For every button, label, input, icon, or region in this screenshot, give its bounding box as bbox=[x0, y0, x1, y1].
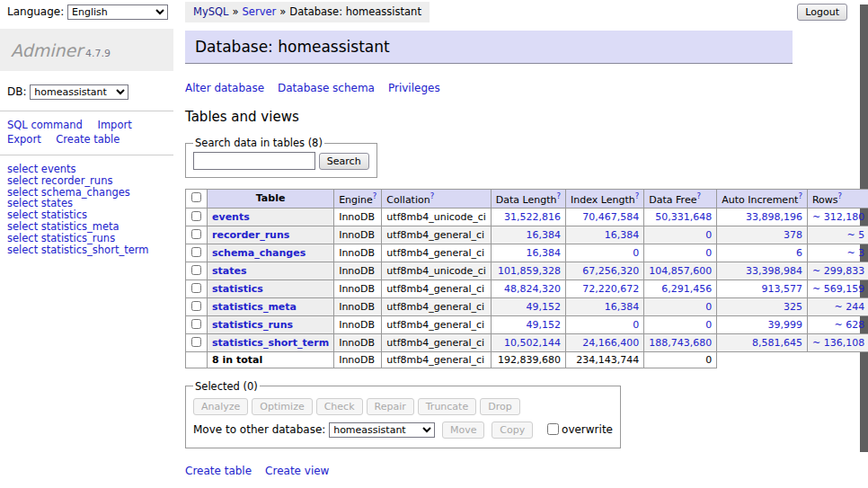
index-length-link[interactable]: 16,384 bbox=[605, 229, 640, 241]
auto-increment-link[interactable]: 8,581,645 bbox=[752, 337, 802, 349]
data-length-link[interactable]: 48,824,320 bbox=[504, 283, 561, 295]
rows-link[interactable]: ~ 569,159 bbox=[812, 283, 864, 295]
sidebar-select-link[interactable]: select statistics_runs bbox=[7, 233, 166, 244]
data-free-link[interactable]: 50,331,648 bbox=[655, 211, 712, 223]
column-help-link[interactable]: ? bbox=[635, 191, 640, 200]
data-length-link[interactable]: 101,859,328 bbox=[498, 265, 561, 277]
row-checkbox[interactable] bbox=[191, 283, 201, 293]
row-checkbox[interactable] bbox=[191, 229, 201, 239]
auto-increment-link[interactable]: 39,999 bbox=[767, 319, 802, 331]
rows-link[interactable]: ~ 244 bbox=[834, 301, 864, 313]
index-length-link[interactable]: 24,166,400 bbox=[582, 337, 639, 349]
search-button[interactable]: Search bbox=[319, 153, 369, 170]
table-name-link[interactable]: statistics bbox=[212, 283, 263, 295]
table-name-link[interactable]: statistics_short_term bbox=[212, 337, 329, 349]
copy-button[interactable]: Copy bbox=[492, 421, 533, 439]
create-view-link[interactable]: Create view bbox=[265, 465, 329, 477]
select-all-checkbox[interactable] bbox=[191, 192, 201, 202]
sql-command-link[interactable]: SQL command bbox=[7, 119, 83, 131]
column-help-link[interactable]: ? bbox=[798, 191, 802, 200]
rows-link[interactable]: ~ 5 bbox=[846, 229, 864, 241]
collation-cell: utf8mb4_general_ci bbox=[382, 244, 491, 262]
create-table-link[interactable]: Create table bbox=[56, 133, 120, 146]
data-free-link[interactable]: 0 bbox=[705, 319, 712, 331]
sidebar-select-link[interactable]: select recorder_runs bbox=[7, 175, 166, 187]
data-length-link[interactable]: 49,152 bbox=[527, 319, 562, 331]
table-name-link[interactable]: statistics_meta bbox=[212, 301, 297, 313]
repair-button[interactable]: Repair bbox=[367, 398, 414, 415]
auto-increment-link[interactable]: 913,577 bbox=[761, 283, 802, 295]
import-link[interactable]: Import bbox=[97, 119, 131, 131]
row-checkbox[interactable] bbox=[191, 301, 201, 311]
column-help-link[interactable]: ? bbox=[373, 191, 377, 200]
row-checkbox[interactable] bbox=[191, 265, 201, 275]
index-length-link[interactable]: 67,256,320 bbox=[582, 265, 639, 277]
export-link[interactable]: Export bbox=[7, 133, 41, 146]
rows-link[interactable]: ~ 299,833 bbox=[812, 265, 864, 277]
data-free-link[interactable]: 0 bbox=[705, 229, 712, 241]
privileges-link[interactable]: Privileges bbox=[388, 82, 440, 94]
column-help-link[interactable]: ? bbox=[838, 191, 843, 200]
auto-increment-link[interactable]: 325 bbox=[784, 301, 802, 313]
total-engine-cell: InnoDB bbox=[334, 351, 382, 368]
column-help-link[interactable]: ? bbox=[430, 191, 435, 200]
rows-link[interactable]: ~ 628 bbox=[834, 319, 864, 331]
row-checkbox[interactable] bbox=[191, 211, 201, 221]
rows-link[interactable]: ~ 312,180 bbox=[812, 211, 864, 223]
db-label: DB: bbox=[7, 85, 27, 98]
table-row: eventsInnoDButf8mb4_unicode_ci31,522,816… bbox=[186, 208, 868, 226]
index-length-link[interactable]: 0 bbox=[633, 319, 639, 331]
analyze-button[interactable]: Analyze bbox=[193, 398, 248, 415]
index-length-link[interactable]: 16,384 bbox=[605, 301, 640, 313]
breadcrumb-server-link[interactable]: Server bbox=[243, 5, 277, 18]
language-select[interactable]: English bbox=[67, 4, 168, 20]
overwrite-option: overwrite bbox=[544, 423, 613, 436]
data-free-link[interactable]: 6,291,456 bbox=[661, 283, 712, 295]
table-name-link[interactable]: states bbox=[212, 265, 247, 277]
row-checkbox[interactable] bbox=[191, 247, 201, 257]
column-help-link[interactable]: ? bbox=[696, 191, 701, 200]
alter-database-link[interactable]: Alter database bbox=[185, 82, 264, 94]
data-length-link[interactable]: 16,384 bbox=[527, 229, 562, 241]
table-name-link[interactable]: schema_changes bbox=[212, 247, 306, 259]
table-name-link[interactable]: statistics_runs bbox=[212, 319, 293, 331]
sidebar-select-link[interactable]: select statistics_short_term bbox=[7, 244, 166, 256]
data-free-link[interactable]: 0 bbox=[705, 247, 712, 259]
row-checkbox[interactable] bbox=[191, 319, 201, 329]
data-length-link[interactable]: 31,522,816 bbox=[504, 211, 561, 223]
sidebar-select-link[interactable]: select events bbox=[7, 164, 166, 175]
breadcrumb-mysql-link[interactable]: MySQL bbox=[193, 5, 229, 18]
drop-button[interactable]: Drop bbox=[480, 398, 519, 415]
db-select[interactable]: homeassistant bbox=[30, 84, 128, 100]
create-table-link-bottom[interactable]: Create table bbox=[185, 465, 252, 477]
data-length-link[interactable]: 16,384 bbox=[527, 247, 562, 259]
optimize-button[interactable]: Optimize bbox=[252, 398, 312, 415]
table-name-link[interactable]: recorder_runs bbox=[212, 229, 289, 241]
header-row: TableEngine?Collation?Data Length?Index … bbox=[186, 190, 868, 209]
search-input[interactable] bbox=[193, 152, 315, 170]
move-button[interactable]: Move bbox=[442, 421, 485, 439]
row-checkbox[interactable] bbox=[191, 337, 201, 347]
auto-increment-link[interactable]: 33,398,984 bbox=[746, 265, 802, 277]
database-schema-link[interactable]: Database schema bbox=[278, 82, 375, 94]
check-button[interactable]: Check bbox=[316, 398, 363, 415]
rows-link[interactable]: ~ 136,108 bbox=[812, 337, 864, 349]
index-length-link[interactable]: 0 bbox=[633, 247, 639, 259]
data-free-link[interactable]: 0 bbox=[705, 301, 712, 313]
auto-increment-link[interactable]: 6 bbox=[796, 247, 802, 259]
data-free-link[interactable]: 188,743,680 bbox=[649, 337, 712, 349]
auto-increment-link[interactable]: 33,898,196 bbox=[746, 211, 802, 223]
index-length-link[interactable]: 72,220,672 bbox=[582, 283, 639, 295]
data-length-link[interactable]: 49,152 bbox=[527, 301, 562, 313]
overwrite-checkbox[interactable] bbox=[547, 423, 559, 435]
sidebar-select-link[interactable]: select statistics_meta bbox=[7, 221, 166, 233]
move-db-select[interactable]: homeassistant bbox=[329, 422, 435, 438]
column-help-link[interactable]: ? bbox=[557, 191, 562, 200]
truncate-button[interactable]: Truncate bbox=[418, 398, 476, 415]
table-name-link[interactable]: events bbox=[212, 211, 250, 223]
rows-link[interactable]: ~ 3 bbox=[846, 247, 864, 259]
data-free-link[interactable]: 104,857,600 bbox=[649, 265, 712, 277]
data-length-link[interactable]: 10,502,144 bbox=[504, 337, 561, 349]
index-length-link[interactable]: 70,467,584 bbox=[582, 211, 639, 223]
auto-increment-link[interactable]: 378 bbox=[784, 229, 802, 241]
